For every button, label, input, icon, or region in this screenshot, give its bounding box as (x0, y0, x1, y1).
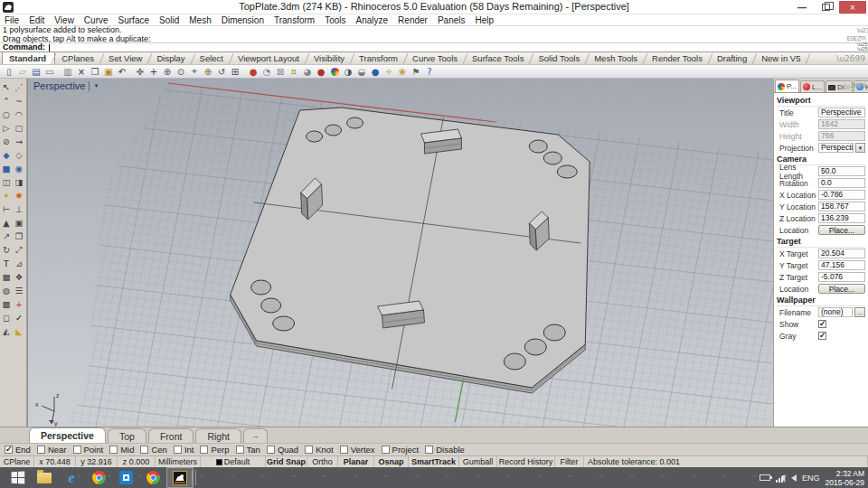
osnap-checkbox-cen[interactable] (140, 446, 148, 454)
status-absolute-tolerance-0-001[interactable]: Absolute tolerance: 0.001 (584, 456, 868, 467)
hatch-icon[interactable]: ▩ (1, 298, 13, 310)
status-smarttrack[interactable]: SmartTrack (409, 456, 459, 467)
dimension-icon[interactable]: ⊿ (14, 258, 25, 269)
panel-tab-layers[interactable]: L... (800, 80, 825, 92)
panel-tab-properties[interactable]: P... (775, 80, 799, 92)
array-icon[interactable]: ▦ (1, 271, 13, 283)
check-icon[interactable]: ✓ (14, 312, 25, 324)
status-y-32-916[interactable]: y 32.916 (76, 456, 118, 467)
surface-icon[interactable]: ◆ (1, 149, 13, 161)
toolbar-tab-visibility[interactable]: Visibility (307, 52, 353, 64)
shade-icon[interactable]: ◭ (1, 325, 13, 337)
osnap-checkbox-project[interactable] (382, 446, 390, 454)
osnap-checkbox-knot[interactable] (305, 446, 313, 454)
add-icon[interactable]: + (14, 298, 25, 310)
command-spinner[interactable]: \u25b4\u25be (857, 42, 866, 52)
points-icon[interactable]: ⋰ (14, 81, 25, 93)
render-preview-icon[interactable] (328, 66, 341, 78)
properties-icon[interactable]: ▥ (61, 66, 74, 78)
osnap-checkbox-tan[interactable] (236, 446, 244, 454)
gears-icon[interactable]: ❀ (396, 66, 409, 78)
osnap-near[interactable]: Near (37, 445, 67, 455)
chamfer-icon[interactable]: ⊥ (14, 203, 25, 215)
toolbar-tab-cplanes[interactable]: CPlanes (55, 52, 102, 64)
toolbar-tab-set-view[interactable]: Set View (102, 52, 150, 64)
rhino-taskbar-icon[interactable] (166, 467, 193, 488)
osnap-point[interactable]: Point (73, 445, 104, 455)
text-icon[interactable]: T (1, 258, 13, 269)
shaded-viewport-icon[interactable]: ◑ (342, 66, 354, 78)
status-osnap[interactable]: Osnap (374, 456, 409, 467)
chrome-icon-2[interactable] (139, 467, 166, 488)
paste-icon[interactable]: ▣ (102, 66, 115, 78)
menu-surface[interactable]: Surface (118, 15, 149, 25)
osnap-perp[interactable]: Perp (200, 445, 229, 455)
checkbox-show[interactable] (818, 320, 826, 328)
osnap-quad[interactable]: Quad (267, 445, 298, 455)
delete-icon[interactable]: × (75, 66, 88, 78)
viewport-tab-top[interactable]: Top (108, 428, 146, 443)
rotate-object-icon[interactable]: ↻ (1, 244, 13, 256)
curve-icon[interactable]: ~ (14, 95, 25, 107)
status-x-70-448[interactable]: x 70.448 (34, 456, 76, 467)
wand-icon[interactable]: ✧ (382, 66, 395, 78)
status-z-0-000[interactable]: z 0.000 (118, 456, 156, 467)
select-arrow-icon[interactable]: ↖ (1, 81, 13, 93)
menu-view[interactable]: View (54, 15, 74, 25)
command-history[interactable]: 1 polysurface added to selection. Drag o… (0, 26, 868, 43)
browse-button[interactable]: ... (854, 307, 865, 317)
value-field[interactable]: 20.504 (818, 249, 865, 258)
place-button[interactable]: Place... (818, 284, 865, 294)
ghosted-viewport-icon[interactable]: ◒ (355, 66, 368, 78)
hide-object-icon[interactable]: ● (247, 66, 259, 78)
move-object-icon[interactable]: ↗ (1, 230, 13, 242)
rotate-view-icon[interactable]: ↺ (215, 66, 228, 78)
internet-explorer-icon[interactable]: e (58, 467, 85, 488)
flag-icon[interactable]: ⚑ (410, 66, 422, 78)
toolbar-tab-render-tools[interactable]: Render Tools (646, 52, 711, 64)
scale-icon[interactable]: ⤢ (14, 244, 25, 256)
revolve-icon[interactable]: ◨ (14, 176, 25, 188)
osnap-checkbox-perp[interactable] (200, 446, 208, 454)
status-millimeters[interactable]: Millimeters (156, 456, 201, 467)
top-plate-model[interactable] (231, 108, 590, 393)
viewport-layout-icon[interactable]: ⊞ (229, 66, 241, 78)
zoom-extents-icon[interactable]: ⌖ (188, 66, 201, 78)
minimize-button[interactable]: — (792, 2, 812, 14)
toolbar-tab-select[interactable]: Select (193, 52, 231, 64)
sphere-icon[interactable]: ◉ (14, 163, 25, 174)
menu-analyze[interactable]: Analyze (356, 15, 389, 25)
osnap-disable[interactable]: Disable (425, 445, 465, 455)
viewport-tab-perspective[interactable]: Perspective (29, 427, 106, 443)
toolbar-tab-transform[interactable]: Transform (353, 52, 406, 64)
status-default[interactable]: Default (201, 456, 266, 467)
value-field[interactable]: Perspective (818, 108, 865, 117)
value-field[interactable]: Perspecti... (818, 143, 854, 153)
toolbar-tab-viewport-layout[interactable]: Viewport Layout (231, 52, 307, 64)
command-scrollbar[interactable]: \u2303 (857, 27, 866, 33)
rectangle-icon[interactable]: ▢ (14, 122, 25, 134)
status-cplane[interactable]: CPlane (0, 456, 34, 467)
spotlight-icon[interactable]: ◕ (301, 66, 314, 78)
freeform-icon[interactable]: → (14, 136, 25, 147)
osnap-checkbox-int[interactable] (174, 446, 182, 454)
osnap-checkbox-mid[interactable] (109, 446, 118, 454)
status-planar[interactable]: Planar (338, 456, 374, 467)
place-button[interactable]: Place... (818, 225, 865, 235)
zoom-icon[interactable]: ⊕ (161, 66, 174, 78)
osnap-tan[interactable]: Tan (236, 445, 260, 455)
osnap-mid[interactable]: Mid (109, 445, 134, 455)
status-gumball[interactable]: Gumball (459, 456, 497, 467)
checkbox-gray[interactable] (818, 332, 826, 340)
orient-icon[interactable]: ❖ (14, 271, 25, 283)
move-icon[interactable]: + (147, 66, 160, 78)
box-icon[interactable]: ■ (1, 163, 13, 174)
new-file-icon[interactable]: ▯ (3, 66, 15, 78)
value-field[interactable]: 47.156 (818, 260, 865, 270)
toolbar-options-icon[interactable]: \u2699 (836, 54, 865, 63)
render-icon[interactable]: ● (315, 66, 327, 78)
fillet-icon[interactable]: ⊢ (1, 203, 13, 215)
osnap-int[interactable]: Int (174, 445, 194, 455)
menu-tools[interactable]: Tools (325, 15, 345, 25)
toolbar-tab-curve-tools[interactable]: Curve Tools (406, 52, 466, 64)
